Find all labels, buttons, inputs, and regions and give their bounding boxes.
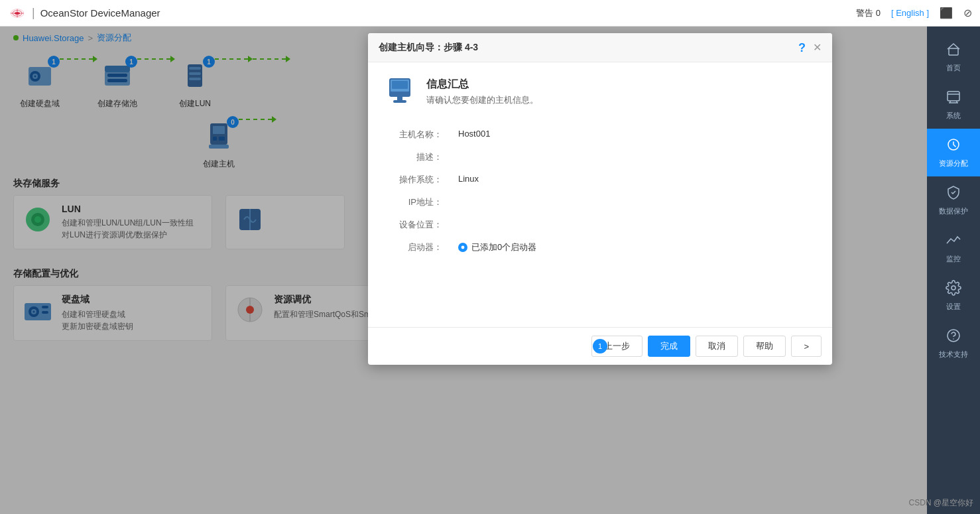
next-help-button[interactable]: > [791, 336, 822, 357]
language-selector[interactable]: [ English ] [891, 8, 929, 18]
os-value: Linux [450, 168, 816, 191]
info-table: 主机名称： Host001 描述： 操作系统： Linux IP地址： [384, 123, 816, 259]
svg-rect-46 [948, 92, 959, 101]
svg-rect-45 [949, 48, 958, 55]
nav-resource[interactable]: 资源分配 [927, 129, 980, 176]
app-title: OceanStor DeviceManager [40, 7, 160, 19]
nav-support[interactable]: 技术支持 [927, 320, 980, 367]
initiator-value: 已添加0个启动器 [450, 236, 816, 259]
data-protection-icon [946, 184, 961, 204]
export-icon[interactable]: ⬛ [940, 7, 953, 19]
summary-title: 信息汇总 [426, 78, 538, 92]
info-row-initiator: 启动器： 已添加0个启动器 [384, 236, 816, 259]
huawei-logo-icon [8, 7, 27, 20]
step-dots: 1 [593, 339, 607, 353]
cancel-button[interactable]: 取消 [696, 336, 738, 357]
settings-label: 设置 [946, 302, 961, 312]
initiator-label: 启动器： [384, 236, 450, 259]
system-label: 系统 [946, 111, 961, 121]
os-label: 操作系统： [384, 168, 450, 191]
right-nav: 首页 系统 资源分配 [927, 27, 980, 514]
monitor-icon [946, 232, 961, 251]
hostname-value: Host001 [450, 123, 816, 146]
resource-icon [946, 137, 961, 156]
svg-rect-43 [392, 81, 408, 89]
support-icon [946, 328, 961, 347]
desc-value [450, 146, 816, 168]
desc-label: 描述： [384, 146, 450, 168]
modal-overlay: 创建主机向导：步骤 4-3 ✕ ? [0, 27, 927, 514]
ip-label: IP地址： [384, 191, 450, 214]
home-icon [946, 41, 961, 60]
finish-button[interactable]: 完成 [648, 336, 690, 357]
modal-header: 创建主机向导：步骤 4-3 ✕ [368, 33, 832, 62]
svg-point-52 [951, 286, 955, 290]
settings-icon [946, 280, 961, 299]
support-label: 技术支持 [939, 350, 968, 359]
step-dot-1: 1 [593, 339, 607, 353]
info-row-os: 操作系统： Linux [384, 168, 816, 191]
summary-icon [384, 76, 416, 107]
hostname-label: 主机名称： [384, 123, 450, 146]
summary-subtitle: 请确认您要创建的主机信息。 [426, 94, 538, 106]
topbar: | OceanStor DeviceManager 警告 0 [ English… [0, 0, 980, 27]
logo-area: | OceanStor DeviceManager [8, 6, 160, 20]
topbar-right: 警告 0 [ English ] ⬛ ⊘ [856, 7, 972, 19]
summary-text: 信息汇总 请确认您要创建的主机信息。 [426, 78, 538, 106]
user-menu-icon[interactable]: ⊘ [963, 7, 972, 19]
nav-settings[interactable]: 设置 [927, 272, 980, 320]
svg-point-44 [461, 246, 465, 249]
summary-header: 信息汇总 请确认您要创建的主机信息。 [384, 76, 816, 107]
nav-home[interactable]: 首页 [927, 33, 980, 81]
location-value [450, 214, 816, 236]
location-label: 设备位置： [384, 214, 450, 236]
info-row-desc: 描述： [384, 146, 816, 168]
svg-point-53 [948, 330, 959, 342]
svg-rect-42 [393, 100, 406, 103]
footer-buttons: 上一步 完成 取消 帮助 > [591, 336, 822, 357]
main-layout: Huawei.Storage > 资源分配 1 [0, 27, 980, 514]
modal-close-button[interactable]: ✕ [813, 41, 822, 54]
nav-monitor[interactable]: 监控 [927, 224, 980, 272]
initiator-dot-icon [458, 243, 467, 252]
initiator-row: 已添加0个启动器 [458, 241, 808, 253]
modal-help-icon[interactable]: ? [798, 41, 806, 55]
content-area: Huawei.Storage > 资源分配 1 [0, 27, 927, 514]
info-row-hostname: 主机名称： Host001 [384, 123, 816, 146]
modal-title: 创建主机向导：步骤 4-3 [379, 42, 478, 54]
alert-label[interactable]: 警告 0 [856, 7, 881, 19]
home-label: 首页 [946, 63, 961, 73]
svg-rect-41 [397, 97, 402, 100]
nav-system[interactable]: 系统 [927, 81, 980, 129]
help-button[interactable]: 帮助 [743, 336, 786, 357]
monitor-label: 监控 [946, 254, 961, 264]
svg-point-54 [953, 338, 954, 340]
data-protection-label: 数据保护 [939, 206, 968, 216]
system-icon [946, 89, 961, 108]
info-row-location: 设备位置： [384, 214, 816, 236]
info-row-ip: IP地址： [384, 191, 816, 214]
ip-value [450, 191, 816, 214]
modal-body: 信息汇总 请确认您要创建的主机信息。 主机名称： Host001 描述： [368, 62, 832, 327]
wizard-modal: 创建主机向导：步骤 4-3 ✕ ? [368, 33, 832, 365]
nav-data-protection[interactable]: 数据保护 [927, 176, 980, 224]
initiator-text: 已添加0个启动器 [471, 241, 536, 253]
modal-footer: 1 上一步 完成 取消 帮助 > [368, 327, 832, 365]
resource-label: 资源分配 [939, 159, 968, 168]
